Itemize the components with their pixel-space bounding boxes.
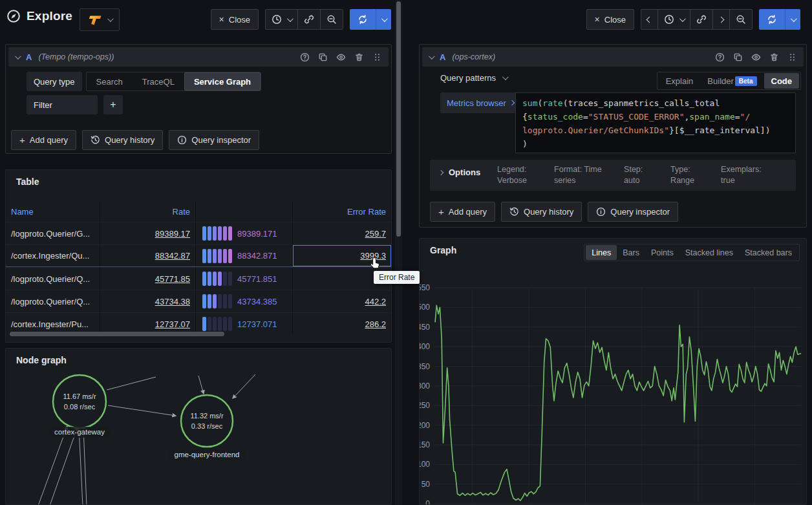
left-pane-scrollbar-thumb[interactable] [396, 1, 401, 237]
explore-page: Explore × Close [0, 0, 812, 505]
gauge-bar [202, 272, 232, 286]
error-rate-link[interactable]: 442.2 [365, 297, 386, 306]
filter-row: Filter + [27, 95, 123, 114]
node-cortex-gateway[interactable]: 11.67 ms/r 0.08 r/sec cortex-gateway [48, 375, 111, 438]
zoom-out-button-right[interactable] [730, 10, 752, 29]
chevron-down-icon [502, 74, 509, 80]
graph-style-tab-points[interactable]: Points [645, 245, 679, 260]
link-split-button-right[interactable] [690, 10, 713, 29]
trash-icon[interactable] [769, 52, 779, 62]
query-row-header[interactable]: A (Tempo (tempo-ops)) [8, 47, 389, 67]
error-rate-link[interactable]: 286.2 [365, 319, 386, 329]
cell-gauge: 88342.871 [196, 245, 293, 266]
shift-time-forward-button[interactable] [713, 10, 730, 29]
table-horizontal-scrollbar[interactable] [10, 332, 224, 336]
svg-text:250: 250 [419, 401, 430, 410]
gauge-segment [202, 272, 206, 286]
query-ref-id: A [440, 52, 445, 62]
query-history-button[interactable]: Query history [501, 202, 582, 222]
run-query-button-right[interactable] [759, 9, 785, 30]
magnifier-minus-icon [326, 14, 337, 25]
drag-handle-icon[interactable] [787, 52, 797, 62]
eye-icon[interactable] [751, 52, 761, 62]
rate-link[interactable]: 43734.38 [155, 297, 190, 306]
add-query-button[interactable]: + Add query [430, 202, 495, 222]
query-type-tab-service-graph[interactable]: Service Graph [184, 72, 261, 91]
datasource-picker[interactable] [80, 8, 120, 31]
gauge-value: 88342.871 [237, 251, 277, 261]
time-picker-button[interactable] [266, 10, 298, 29]
rate-link[interactable]: 88342.87 [155, 251, 190, 261]
zoom-out-button[interactable] [321, 10, 343, 29]
gauge-segment [202, 249, 206, 263]
editor-mode-tab-code[interactable]: Code [764, 73, 800, 89]
rate-link[interactable]: 89389.17 [155, 229, 190, 239]
chevron-down-icon [107, 16, 113, 22]
gauge-segment [208, 317, 211, 331]
column-header-rate[interactable]: Rate [100, 201, 196, 222]
editor-mode-tab-builder[interactable]: BuilderBeta [700, 73, 764, 89]
svg-text:450: 450 [419, 323, 430, 332]
query-row-header-right[interactable]: A (ops-cortex) [422, 47, 804, 67]
query-type-tab-traceql[interactable]: TraceQL [133, 72, 184, 91]
editor-mode-tab-explain[interactable]: Explain [659, 73, 701, 89]
rate-link[interactable]: 45771.85 [155, 274, 190, 284]
svg-text:11.67 ms/r: 11.67 ms/r [63, 392, 96, 400]
close-split-button-right[interactable]: × Close [586, 9, 634, 30]
run-query-caret-button[interactable] [376, 9, 391, 30]
drag-handle-icon[interactable] [372, 52, 382, 62]
page-title: Explore [27, 9, 72, 23]
error-rate-link[interactable]: 3999.3 [360, 251, 386, 261]
plus-icon: + [19, 134, 25, 145]
shift-time-back-button[interactable] [641, 10, 658, 29]
time-picker-button-right[interactable] [658, 10, 690, 29]
svg-text:50: 50 [422, 480, 431, 489]
graph-panel-title: Graph [430, 245, 456, 255]
collapse-chevron-icon[interactable] [15, 53, 21, 59]
query-inspector-button[interactable]: Query inspector [169, 130, 259, 150]
options-toggle[interactable]: Options [439, 167, 480, 177]
copy-icon[interactable] [733, 52, 743, 62]
link-split-button[interactable] [298, 10, 321, 29]
gauge-value: 45771.851 [237, 274, 277, 284]
code-line: logproto.Querier/GetChunkIDs"}[$__rate_i… [522, 124, 789, 137]
metrics-browser-button[interactable]: Metrics browser [440, 92, 520, 113]
error-rate-link[interactable]: 259.7 [365, 229, 386, 239]
collapse-chevron-icon[interactable] [429, 53, 435, 59]
eye-icon[interactable] [336, 52, 346, 62]
graph-style-tab-stacked-bars[interactable]: Stacked bars [739, 245, 798, 260]
query-options-row: Options Legend: VerboseFormat: Time seri… [430, 160, 796, 191]
query-type-tabs: SearchTraceQLService Graph [86, 72, 261, 91]
rate-link[interactable]: 12737.07 [155, 319, 190, 329]
clock-icon [664, 14, 674, 25]
run-query-button[interactable] [350, 9, 376, 30]
run-query-split-button [350, 9, 391, 30]
graph-style-tab-bars[interactable]: Bars [617, 245, 645, 260]
run-query-caret-button-right[interactable] [785, 9, 800, 30]
svg-text:cortex-gateway: cortex-gateway [54, 428, 105, 436]
query-type-tab-search[interactable]: Search [87, 72, 133, 91]
close-split-button[interactable]: × Close [211, 9, 259, 30]
graph-style-tab-lines[interactable]: Lines [586, 245, 617, 260]
graph-style-tabs: LinesBarsPointsStacked linesStacked bars [584, 244, 800, 261]
svg-text:400: 400 [419, 342, 430, 351]
query-patterns-dropdown[interactable]: Query patterns [440, 73, 507, 83]
query-history-button[interactable]: Query history [82, 130, 163, 150]
promql-code-editor[interactable]: sum(rate(traces_spanmetrics_calls_total{… [515, 92, 796, 153]
column-header-error-rate[interactable]: Error Rate [293, 201, 391, 222]
node-gme-query-frontend[interactable]: 11.32 ms/r 0.33 r/sec gme-query-frontend [169, 395, 245, 460]
explore-header: Explore [6, 9, 89, 23]
trash-icon[interactable] [354, 52, 364, 62]
graph-style-tab-stacked-lines[interactable]: Stacked lines [679, 245, 739, 260]
column-header-gauge[interactable] [196, 201, 293, 222]
help-icon[interactable] [300, 52, 310, 62]
query-inspector-button[interactable]: Query inspector [588, 202, 678, 222]
svg-text:0: 0 [425, 499, 430, 504]
copy-icon[interactable] [318, 52, 328, 62]
help-icon[interactable] [715, 52, 725, 62]
column-header-name[interactable]: Name [6, 201, 100, 222]
add-filter-button[interactable]: + [103, 95, 123, 114]
filter-field[interactable]: Filter [27, 95, 98, 114]
add-query-button[interactable]: + Add query [11, 130, 76, 150]
table-row: /logproto.Querier/Q...45771.8545771.8515… [6, 267, 391, 290]
